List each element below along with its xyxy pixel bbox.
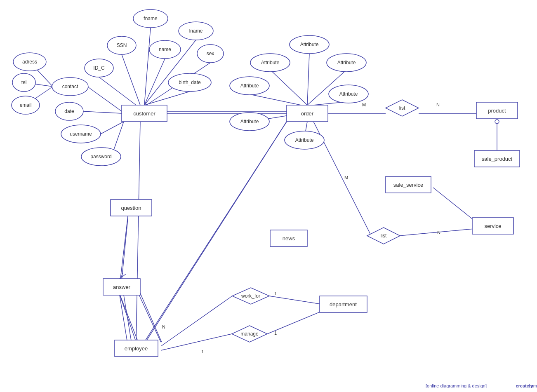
svg-line-44 xyxy=(124,295,131,340)
attr-password-label: password xyxy=(90,154,111,160)
attr-lname-label: lname xyxy=(189,28,203,34)
svg-line-19 xyxy=(252,95,301,105)
watermark-text: [online diagramming & design] xyxy=(426,383,487,388)
attr-order-2-label: Attribute xyxy=(261,60,280,66)
svg-line-36 xyxy=(118,289,138,342)
entity-product-label: product xyxy=(488,108,506,114)
rel-list1-label: list xyxy=(399,105,405,111)
label-1a: 1 xyxy=(274,291,277,296)
attr-email-label: email xyxy=(20,102,32,108)
label-n2: N xyxy=(437,230,440,235)
entity-sale-service-label: sale_service xyxy=(393,182,423,188)
entity-employee-label: employee xyxy=(125,345,148,352)
label-m1: M xyxy=(362,102,366,107)
rel-manage-label: manage xyxy=(240,331,259,337)
er-diagram-canvas: fname lname SSN name sex ID_C birth_date… xyxy=(0,0,537,392)
svg-line-38 xyxy=(269,296,322,304)
label-n1: N xyxy=(436,102,440,107)
rel-work-for-label: work_for xyxy=(241,293,260,299)
entity-customer-label: customer xyxy=(133,110,155,117)
entity-answer-label: answer xyxy=(113,284,131,290)
attr-tel-label: tel xyxy=(21,80,27,85)
attr-ssn-label: SSN xyxy=(117,42,127,48)
svg-line-2 xyxy=(122,54,140,105)
entity-order-label: order xyxy=(301,110,314,117)
svg-line-37 xyxy=(161,296,232,346)
svg-line-5 xyxy=(99,77,136,105)
diagram-svg: fname lname SSN name sex ID_C birth_date… xyxy=(0,0,537,392)
svg-line-39 xyxy=(161,334,232,350)
svg-line-32 xyxy=(140,122,287,348)
attr-adress-label: adress xyxy=(22,59,37,65)
svg-line-16 xyxy=(307,54,309,105)
label-m2: M xyxy=(344,175,348,180)
svg-line-6 xyxy=(144,92,190,105)
svg-line-11 xyxy=(83,111,122,113)
attr-idc-label: ID_C xyxy=(93,65,105,71)
attr-fname-label: fname xyxy=(144,16,158,21)
entity-department-label: department xyxy=(330,301,357,307)
svg-line-42 xyxy=(138,289,162,342)
label-1b: 1 xyxy=(274,331,277,336)
attr-order-5-label: Attribute xyxy=(339,91,358,97)
svg-line-29 xyxy=(433,188,474,221)
attr-date-label: date xyxy=(64,108,74,114)
svg-line-33 xyxy=(136,122,140,342)
entity-news-label: news xyxy=(283,235,295,242)
attr-order-7-label: Attribute xyxy=(295,137,314,143)
label-n3: N xyxy=(162,324,165,329)
label-1c: 1 xyxy=(201,349,204,354)
attr-sex-label: sex xyxy=(207,51,214,56)
attr-contact-label: contact xyxy=(62,84,78,89)
attr-username-label: username xyxy=(70,131,92,137)
entity-sale-product-label: sale_product xyxy=(482,156,513,162)
attr-name-label: name xyxy=(159,47,171,52)
attr-order-3-label: Attribute xyxy=(337,60,356,66)
attr-order-1-label: Attribute xyxy=(300,42,319,47)
svg-point-26 xyxy=(495,120,499,124)
attr-order-6-label: Attribute xyxy=(240,119,259,124)
svg-line-34 xyxy=(122,218,128,280)
svg-line-28 xyxy=(399,229,474,236)
svg-line-45 xyxy=(120,216,128,279)
attr-birthdate-label: birth_date xyxy=(179,80,201,85)
watermark-domain: .com xyxy=(527,383,537,388)
svg-line-43 xyxy=(120,295,127,340)
attr-order-4-label: Attribute xyxy=(240,83,259,89)
svg-line-41 xyxy=(136,289,161,342)
entity-question-label: question xyxy=(121,205,141,211)
rel-list2-label: list xyxy=(381,233,387,239)
entity-service-label: service xyxy=(484,223,501,229)
